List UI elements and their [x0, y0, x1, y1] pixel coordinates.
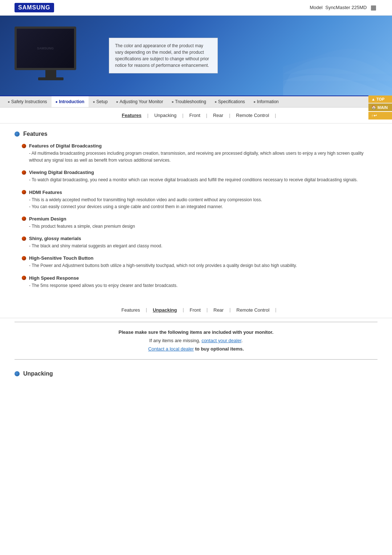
- feature-6-content: The Power and Adjustment buttons both ut…: [22, 262, 377, 269]
- feature-6-heading: High-Sensitive Touch Button: [22, 255, 377, 261]
- page-header: SAMSUNG Model SyncMaster 225MD: [0, 0, 392, 16]
- feature-touch-button: High-Sensitive Touch Button The Power an…: [15, 255, 377, 269]
- feature-3-dot: [22, 190, 26, 194]
- samsung-logo: SAMSUNG: [15, 3, 54, 12]
- feature-5-dot: [22, 236, 26, 241]
- feature-4-content: This product features a simple, clean pr…: [22, 223, 377, 230]
- feature-2-content: To watch digital broadcasting, you need …: [22, 177, 377, 183]
- sub-nav-bottom-features[interactable]: Features: [116, 306, 146, 314]
- sub-nav-bottom: Features | Unpacking | Front | Rear | Re…: [0, 302, 392, 318]
- feature-3-title: HDMI Features: [29, 190, 62, 195]
- sub-nav-features-link[interactable]: Features: [116, 111, 147, 119]
- features-dot: [15, 131, 20, 137]
- nav-adjusting[interactable]: Adjusting Your Monitor: [112, 96, 168, 107]
- feature-high-speed: High Speed Response The 5ms response spe…: [15, 275, 377, 289]
- sub-nav-rear-link[interactable]: Rear: [207, 111, 229, 119]
- info-line-3-bold: to buy optional items.: [195, 346, 244, 352]
- feature-4-title: Premium Design: [29, 216, 66, 222]
- info-line-3: Contact a local dealer to buy optional i…: [29, 345, 363, 353]
- feature-4-heading: Premium Design: [22, 216, 377, 222]
- feature-6-dot: [22, 256, 26, 260]
- feature-6-title: High-Sensitive Touch Button: [29, 255, 93, 261]
- sub-nav-bottom-sep-5: |: [275, 307, 276, 312]
- main-button[interactable]: 🏠 MAIN: [368, 104, 392, 111]
- feature-1-content: All multimedia broadcasting processes in…: [22, 150, 377, 164]
- sub-nav-front-link[interactable]: Front: [183, 111, 206, 119]
- nav-safety[interactable]: Safety Instructions: [4, 96, 52, 107]
- monitor-stand: [45, 70, 56, 77]
- feature-1-line-1: All multimedia broadcasting processes in…: [29, 150, 377, 164]
- model-name: SyncMaster 225MD: [325, 5, 367, 10]
- feature-6-line-1: The Power and Adjustment buttons both ut…: [29, 262, 377, 269]
- feature-shiny-materials: Shiny, glossy materials The black and sh…: [15, 236, 377, 250]
- monitor-screen: SAMSUNG: [15, 27, 76, 70]
- feature-premium-design: Premium Design This product features a s…: [15, 216, 377, 230]
- sub-nav-sep-5: |: [275, 113, 276, 118]
- feature-7-title: High Speed Response: [29, 275, 79, 281]
- model-label: Model: [310, 5, 322, 10]
- feature-7-dot: [22, 276, 26, 280]
- feature-1-title: Features of Digital Broadcasting: [29, 143, 102, 149]
- nav-bar: Safety Instructions Introduction Setup A…: [0, 96, 392, 108]
- local-dealer-link[interactable]: Contact a local dealer: [148, 346, 194, 352]
- info-line-1: Please make sure the following items are…: [29, 328, 363, 336]
- info-line-2: If any items are missing, contact your d…: [29, 336, 363, 345]
- hero-tooltip-text: The color and appearance of the product …: [115, 43, 209, 68]
- side-buttons: ▲ TOP 🏠 MAIN ↑↩: [368, 96, 392, 119]
- sub-nav-bottom-unpacking[interactable]: Unpacking: [147, 306, 183, 314]
- nav-information[interactable]: Information: [249, 96, 283, 107]
- feature-2-title: Viewing Digital Broadcasting: [29, 170, 94, 175]
- feature-4-line-1: This product features a simple, clean pr…: [29, 223, 377, 230]
- nav-specifications[interactable]: Specifications: [211, 96, 249, 107]
- top-button[interactable]: ▲ TOP: [368, 96, 392, 103]
- sub-nav-bottom-rear[interactable]: Rear: [208, 306, 229, 314]
- feature-digital-broadcasting: Features of Digital Broadcasting All mul…: [15, 143, 377, 164]
- features-title: Features: [23, 131, 48, 137]
- feature-2-line-1: To watch digital broadcasting, you need …: [29, 177, 377, 183]
- feature-2-heading: Viewing Digital Broadcasting: [22, 170, 377, 175]
- unpacking-section-header: Unpacking: [15, 370, 377, 377]
- features-section-header: Features: [15, 131, 377, 137]
- nav-wrapper: Safety Instructions Introduction Setup A…: [0, 96, 392, 108]
- nav-introduction[interactable]: Introduction: [52, 96, 89, 107]
- nav-troubleshooting[interactable]: Troubleshooting: [168, 96, 211, 107]
- feature-hdmi: HDMI Features This is a widely accepted …: [15, 190, 377, 210]
- sub-nav-bottom-front[interactable]: Front: [184, 306, 207, 314]
- hero-banner: SAMSUNG The color and appearance of the …: [0, 16, 392, 96]
- info-line-2-before: If any items are missing,: [149, 338, 201, 343]
- sub-nav-unpacking-link[interactable]: Unpacking: [148, 111, 182, 119]
- feature-5-heading: Shiny, glossy materials: [22, 236, 377, 241]
- top-icon: ▲: [371, 97, 375, 101]
- model-flag-icon: [371, 5, 376, 11]
- back-icon: ↑↩: [371, 113, 377, 118]
- feature-3-heading: HDMI Features: [22, 190, 377, 195]
- feature-7-content: The 5ms response speed allows you to enj…: [22, 282, 377, 289]
- nav-setup[interactable]: Setup: [89, 96, 112, 107]
- main-icon: 🏠: [371, 105, 376, 110]
- feature-7-heading: High Speed Response: [22, 275, 377, 281]
- feature-1-dot: [22, 144, 26, 148]
- sub-nav-remote-link[interactable]: Remote Control: [230, 111, 275, 119]
- feature-2-dot: [22, 170, 26, 175]
- unpacking-title: Unpacking: [23, 370, 53, 377]
- unpacking-section: Unpacking: [0, 363, 392, 390]
- back-button[interactable]: ↑↩: [368, 112, 392, 119]
- contact-dealer-link[interactable]: contact your dealer: [201, 338, 241, 343]
- feature-7-line-1: The 5ms response speed allows you to enj…: [29, 282, 377, 289]
- model-info: Model SyncMaster 225MD: [310, 5, 377, 11]
- unpacking-dot: [15, 371, 20, 376]
- info-line-1-text: Please make sure the following items are…: [119, 329, 274, 335]
- monitor-base: [38, 77, 64, 80]
- main-label: MAIN: [377, 105, 388, 110]
- feature-1-heading: Features of Digital Broadcasting: [22, 143, 377, 149]
- hero-waves-decoration: [283, 16, 392, 96]
- sub-nav-bottom-remote[interactable]: Remote Control: [230, 306, 275, 314]
- top-label: TOP: [376, 97, 384, 101]
- feature-4-dot: [22, 216, 26, 221]
- feature-5-content: The black and shiny material suggests an…: [22, 243, 377, 250]
- feature-3-line-1: This is a widely accepted method for tra…: [29, 197, 377, 203]
- features-content: Features Features of Digital Broadcastin…: [0, 123, 392, 302]
- info-box: Please make sure the following items are…: [15, 322, 377, 360]
- feature-3-line-2: You can easily connect your devices usin…: [29, 203, 377, 210]
- feature-5-title: Shiny, glossy materials: [29, 236, 81, 241]
